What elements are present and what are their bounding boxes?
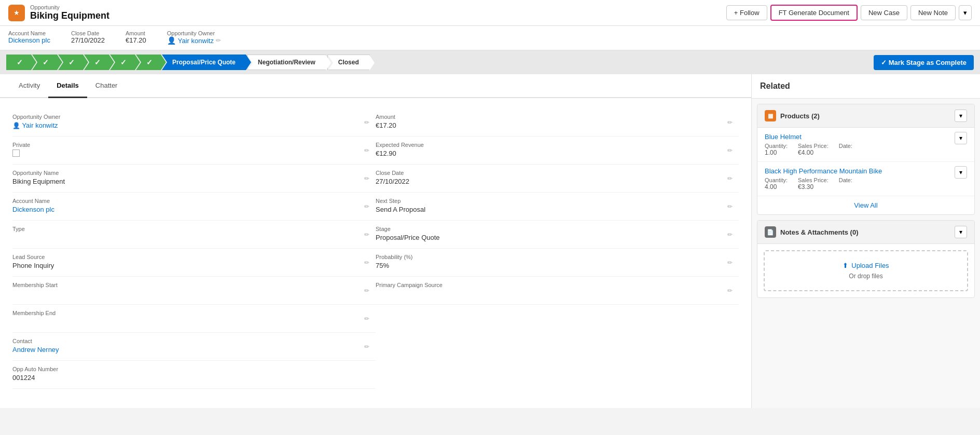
- products-dropdown-button[interactable]: ▾: [955, 110, 967, 122]
- field-probability-edit-icon[interactable]: ✏: [727, 259, 733, 266]
- field-contact: Contact Andrew Nerney ✏: [12, 333, 376, 361]
- stage-closed[interactable]: Closed: [327, 55, 370, 70]
- owner-edit-icon[interactable]: ✏: [216, 37, 221, 44]
- amount-value: €17.20: [126, 36, 146, 44]
- field-owner-link[interactable]: Yair konwitz: [22, 121, 58, 129]
- tab-bar: Activity Details Chatter: [0, 74, 751, 98]
- product-2-quantity: Quantity: 4.00: [765, 177, 788, 191]
- field-account-link[interactable]: Dickenson plc: [12, 206, 54, 213]
- field-close-date-edit-icon[interactable]: ✏: [727, 175, 733, 182]
- stage-proposal[interactable]: Proposal/Price Quote: [162, 55, 246, 70]
- app-type: Opportunity: [30, 4, 109, 10]
- field-membership-end: Membership End ✏: [12, 305, 376, 333]
- actions-dropdown-button[interactable]: ▾: [959, 5, 972, 20]
- field-opportunity-owner: Opportunity Owner 👤 Yair konwitz ✏: [12, 108, 376, 137]
- amount-label: Amount: [126, 30, 146, 36]
- notes-title-text: Notes & Attachments (0): [780, 228, 858, 236]
- product-2-dropdown-button[interactable]: ▾: [955, 166, 967, 179]
- generate-document-button[interactable]: FT Generate Document: [770, 5, 858, 21]
- stage-bar: ✓ ✓ ✓ ✓ ✓ ✓ Proposal/Price Quote Negotia…: [0, 50, 980, 74]
- page-header: ★ Opportunity Biking Equipment + Follow …: [0, 0, 980, 26]
- products-section: ▦ Products (2) ▾ Blue Helmet ▾ Quantity:…: [757, 104, 975, 215]
- notes-section: 📄 Notes & Attachments (0) ▾ ⬆ Upload Fil…: [757, 220, 975, 298]
- field-opportunity-name: Opportunity Name Biking Equipment ✏: [12, 165, 376, 193]
- mark-stage-complete-button[interactable]: ✓ Mark Stage as Complete: [874, 55, 974, 70]
- field-private-edit-icon[interactable]: ✏: [364, 147, 369, 154]
- upload-icon: ⬆: [843, 262, 848, 269]
- right-panel: Related ▦ Products (2) ▾ Blue Helmet ▾ Q…: [752, 74, 980, 408]
- field-lead-source-edit-icon[interactable]: ✏: [364, 259, 369, 266]
- meta-row: Account Name Dickenson plc Close Date 27…: [0, 26, 980, 50]
- field-owner-edit-icon[interactable]: ✏: [364, 119, 369, 126]
- follow-button[interactable]: + Follow: [726, 5, 767, 20]
- field-probability: Probability (%) 75% ✏: [376, 249, 739, 277]
- field-expected-revenue-edit-icon[interactable]: ✏: [727, 147, 733, 154]
- field-type: Type ✏: [12, 221, 376, 249]
- meta-owner: Opportunity Owner 👤 Yair konwitz ✏: [167, 30, 221, 45]
- form-column-left: Opportunity Owner 👤 Yair konwitz ✏ Priva…: [12, 108, 376, 389]
- tab-activity[interactable]: Activity: [10, 74, 48, 98]
- field-membership-end-edit-icon[interactable]: ✏: [364, 315, 369, 322]
- product-1-name-link[interactable]: Blue Helmet: [765, 133, 802, 141]
- meta-amount: Amount €17.20: [126, 30, 146, 45]
- field-stage: Stage Proposal/Price Quote ✏: [376, 221, 739, 249]
- tab-chatter[interactable]: Chatter: [87, 74, 126, 98]
- stage-1[interactable]: ✓: [6, 55, 31, 70]
- owner-label: Opportunity Owner: [167, 30, 221, 36]
- stage-negotiation[interactable]: Negotiation/Review: [247, 55, 326, 70]
- new-case-button[interactable]: New Case: [861, 5, 907, 20]
- header-title-block: Opportunity Biking Equipment: [30, 4, 109, 21]
- drop-text: Or drop files: [775, 273, 957, 280]
- header-left: ★ Opportunity Biking Equipment: [8, 4, 109, 21]
- field-amount: Amount €17.20 ✏: [376, 108, 739, 137]
- field-opp-name-edit-icon[interactable]: ✏: [364, 175, 369, 182]
- app-icon: ★: [8, 5, 25, 21]
- owner-link[interactable]: Yair konwitz: [178, 37, 214, 45]
- left-panel: Activity Details Chatter Opportunity Own…: [0, 74, 752, 408]
- meta-account-name: Account Name Dickenson plc: [8, 30, 50, 45]
- upload-area: ⬆ Upload Files Or drop files: [764, 250, 968, 291]
- field-opp-auto-number: Opp Auto Number 001224: [12, 361, 376, 389]
- tab-details[interactable]: Details: [48, 74, 87, 98]
- product-1-date: Date:: [839, 143, 852, 156]
- product-1-detail: Quantity: 1.00 Sales Price: €4.00 Date:: [765, 143, 955, 156]
- products-title: ▦ Products (2): [765, 110, 820, 121]
- details-section: Opportunity Owner 👤 Yair konwitz ✏ Priva…: [0, 98, 751, 399]
- field-account-name: Account Name Dickenson plc ✏: [12, 193, 376, 221]
- product-1-dropdown-button[interactable]: ▾: [955, 132, 967, 144]
- field-type-edit-icon[interactable]: ✏: [364, 231, 369, 238]
- account-name-label: Account Name: [8, 30, 50, 36]
- field-membership-start-edit-icon[interactable]: ✏: [364, 287, 369, 294]
- notes-icon: 📄: [765, 226, 776, 238]
- notes-dropdown-button[interactable]: ▾: [955, 226, 967, 238]
- product-2-name-link[interactable]: Black High Performance Mountain Bike: [765, 167, 882, 175]
- products-title-text: Products (2): [780, 112, 820, 120]
- field-contact-edit-icon[interactable]: ✏: [364, 343, 369, 350]
- account-name-link[interactable]: Dickenson plc: [8, 36, 50, 44]
- form-grid: Opportunity Owner 👤 Yair konwitz ✏ Priva…: [12, 108, 739, 389]
- field-expected-revenue: Expected Revenue €12.90 ✏: [376, 137, 739, 165]
- products-section-header: ▦ Products (2) ▾: [757, 104, 974, 128]
- header-actions: + Follow FT Generate Document New Case N…: [726, 5, 972, 21]
- field-contact-link[interactable]: Andrew Nerney: [12, 346, 59, 354]
- field-stage-edit-icon[interactable]: ✏: [727, 231, 733, 238]
- field-close-date: Close Date 27/10/2022 ✏: [376, 165, 739, 193]
- field-primary-campaign: Primary Campaign Source ✏: [376, 277, 739, 305]
- upload-label[interactable]: Upload Files: [851, 262, 889, 269]
- upload-files-button[interactable]: ⬆ Upload Files: [775, 262, 957, 269]
- form-column-right: Amount €17.20 ✏ Expected Revenue €12.90 …: [376, 108, 739, 389]
- product-1-sales-price: Sales Price: €4.00: [798, 143, 829, 156]
- private-checkbox[interactable]: [12, 149, 20, 157]
- new-note-button[interactable]: New Note: [910, 5, 956, 20]
- field-lead-source: Lead Source Phone Inquiry ✏: [12, 249, 376, 277]
- products-icon: ▦: [765, 110, 776, 121]
- close-date-label: Close Date: [71, 30, 105, 36]
- field-next-step-edit-icon[interactable]: ✏: [727, 203, 733, 210]
- field-amount-edit-icon[interactable]: ✏: [727, 119, 733, 126]
- view-all-products[interactable]: View All: [757, 196, 974, 214]
- product-2-sales-price: Sales Price: €3.30: [798, 177, 829, 191]
- field-primary-campaign-edit-icon[interactable]: ✏: [727, 287, 733, 294]
- field-account-edit-icon[interactable]: ✏: [364, 203, 369, 210]
- main-content: Activity Details Chatter Opportunity Own…: [0, 74, 980, 408]
- field-private: Private ✏: [12, 137, 376, 165]
